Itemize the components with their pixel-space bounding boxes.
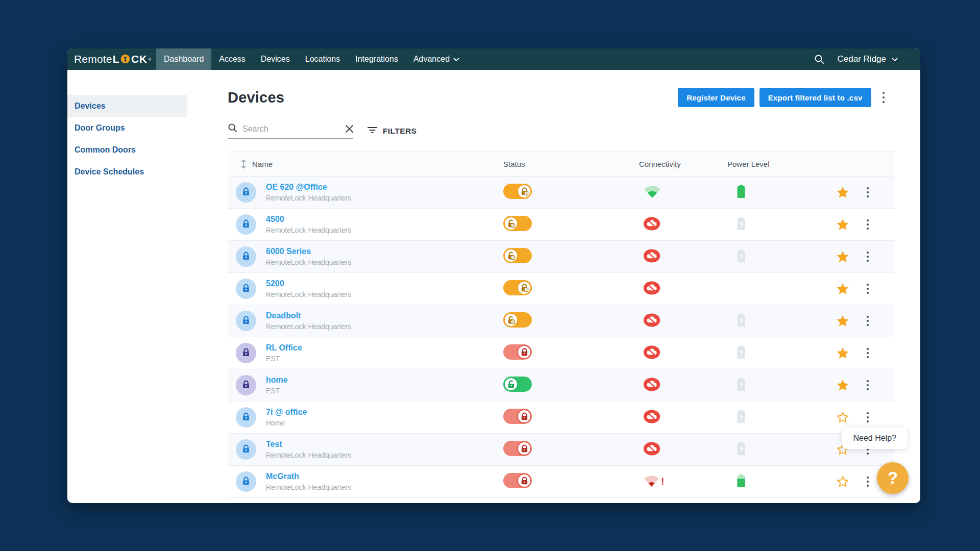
register-device-button[interactable]: Register Device (678, 88, 754, 107)
cloud-offline-icon (643, 410, 660, 423)
lock-icon (241, 251, 251, 263)
device-avatar (236, 182, 256, 203)
cloud-offline-icon (643, 442, 660, 456)
nav-tab-advanced[interactable]: Advanced (406, 48, 467, 70)
battery-unknown-icon: ? (737, 217, 746, 231)
page-header: Devices Register Device Export filtered … (228, 87, 894, 108)
device-name-link[interactable]: 7i @ office (266, 408, 307, 417)
device-location: EST (266, 387, 288, 395)
page-title: Devices (228, 89, 284, 106)
row-menu-kebab-icon[interactable] (865, 344, 871, 361)
lock-icon (241, 476, 251, 488)
row-menu-kebab-icon[interactable] (865, 409, 871, 425)
star-filled-icon[interactable] (836, 186, 850, 199)
row-menu-kebab-icon[interactable] (865, 248, 871, 265)
toolbar: FILTERS (228, 123, 894, 139)
lock-toggle-locked[interactable] (503, 441, 532, 456)
device-location: RemoteLock Headquarters (266, 290, 351, 298)
row-menu-kebab-icon[interactable] (865, 312, 871, 329)
star-filled-icon[interactable] (836, 346, 850, 360)
star-filled-icon[interactable] (836, 379, 850, 392)
device-name-link[interactable]: McGrath (266, 472, 351, 481)
remotelock-logo[interactable]: RemoteLCK® (67, 48, 156, 70)
table-body: OE 620 @Office RemoteLock Headquarters 4… (228, 177, 894, 498)
device-avatar (236, 246, 256, 267)
nav-tab-locations[interactable]: Locations (298, 48, 348, 70)
nav-tab-access[interactable]: Access (211, 48, 253, 70)
star-outline-icon[interactable] (836, 411, 849, 424)
device-name-link[interactable]: 6000 Series (266, 247, 351, 256)
page-menu-kebab-icon[interactable] (880, 89, 887, 107)
search-icon[interactable] (814, 54, 824, 64)
battery-unknown-icon: ? (737, 313, 746, 327)
star-outline-icon[interactable] (836, 475, 849, 488)
help-button[interactable]: ? (877, 462, 909, 494)
account-name: Cedar Ridge (838, 54, 886, 64)
lock-toggle-locked[interactable] (503, 409, 532, 424)
lock-icon (241, 219, 251, 231)
device-location: RemoteLock Headquarters (266, 451, 351, 459)
battery-unknown-icon: ? (737, 378, 746, 391)
lock-toggle-unlocked[interactable] (503, 216, 532, 231)
table-row: McGrath RemoteLock Headquarters ! (228, 466, 894, 498)
row-menu-kebab-icon[interactable] (865, 473, 871, 490)
export-csv-button[interactable]: Export filtered list to .csv (760, 88, 871, 107)
svg-text:?: ? (739, 253, 743, 260)
sidebar-item-door-groups[interactable]: Door Groups (67, 117, 187, 139)
device-location: RemoteLock Headquarters (266, 194, 351, 202)
column-header-status: Status (503, 160, 639, 168)
sort-icon[interactable] (240, 159, 247, 169)
device-name-link[interactable]: Test (266, 440, 351, 449)
svg-text:?: ? (739, 381, 743, 389)
chevron-down-icon (892, 54, 898, 64)
lock-icon (241, 444, 251, 456)
battery-unknown-icon: ? (737, 249, 746, 263)
battery-full-icon (737, 185, 746, 198)
row-menu-kebab-icon[interactable] (865, 280, 871, 297)
sidebar-item-device-schedules[interactable]: Device Schedules (67, 161, 187, 183)
star-filled-icon[interactable] (836, 282, 850, 296)
close-icon[interactable] (346, 125, 353, 133)
column-header-power: Power Level (727, 160, 830, 168)
device-avatar (236, 439, 256, 460)
sidebar-item-devices[interactable]: Devices (67, 95, 187, 117)
device-name-link[interactable]: 5200 (266, 279, 351, 288)
filters-button[interactable]: FILTERS (368, 127, 416, 136)
lock-toggle-unlocked[interactable] (503, 248, 532, 263)
nav-tab-integrations[interactable]: Integrations (348, 48, 406, 70)
lock-toggle-locked[interactable] (503, 280, 532, 295)
registered-mark: ® (148, 57, 151, 62)
star-filled-icon[interactable] (836, 314, 850, 328)
device-name-link[interactable]: OE 620 @Office (266, 183, 351, 192)
devices-table: Name Status Connectivity Power Level OE … (228, 151, 894, 498)
device-name-link[interactable]: 4500 (266, 215, 351, 224)
search-input[interactable] (242, 124, 340, 134)
nav-tab-dashboard[interactable]: Dashboard (156, 48, 211, 70)
lock-toggle-locked[interactable] (503, 184, 532, 199)
nav-tab-devices[interactable]: Devices (253, 48, 298, 70)
lock-toggle-unlocked[interactable] (503, 377, 532, 392)
battery-unknown-icon: ? (737, 345, 746, 359)
search-box (228, 123, 353, 139)
lock-toggle-locked[interactable] (503, 473, 532, 488)
device-name-link[interactable]: RL Office (266, 343, 302, 353)
star-filled-icon[interactable] (836, 218, 850, 232)
table-row: OE 620 @Office RemoteLock Headquarters (228, 177, 894, 209)
device-name-link[interactable]: Deadbolt (266, 311, 351, 320)
lock-toggle-unlocked[interactable] (503, 312, 532, 328)
top-nav: RemoteLCK® DashboardAccessDevicesLocatio… (67, 48, 920, 70)
device-location: RemoteLock Headquarters (266, 483, 351, 491)
device-location: RemoteLock Headquarters (266, 226, 351, 234)
lock-toggle-locked[interactable] (503, 344, 532, 360)
star-filled-icon[interactable] (836, 250, 850, 264)
logo-text: Remote (74, 53, 112, 65)
device-avatar (236, 407, 256, 428)
row-menu-kebab-icon[interactable] (865, 377, 871, 393)
account-switcher[interactable]: Cedar Ridge (838, 54, 898, 64)
device-avatar (236, 279, 256, 299)
row-menu-kebab-icon[interactable] (865, 216, 871, 233)
sidebar-item-common-doors[interactable]: Common Doors (67, 139, 187, 161)
device-name-link[interactable]: home (266, 375, 288, 385)
row-menu-kebab-icon[interactable] (865, 184, 871, 201)
lock-icon (241, 347, 251, 359)
